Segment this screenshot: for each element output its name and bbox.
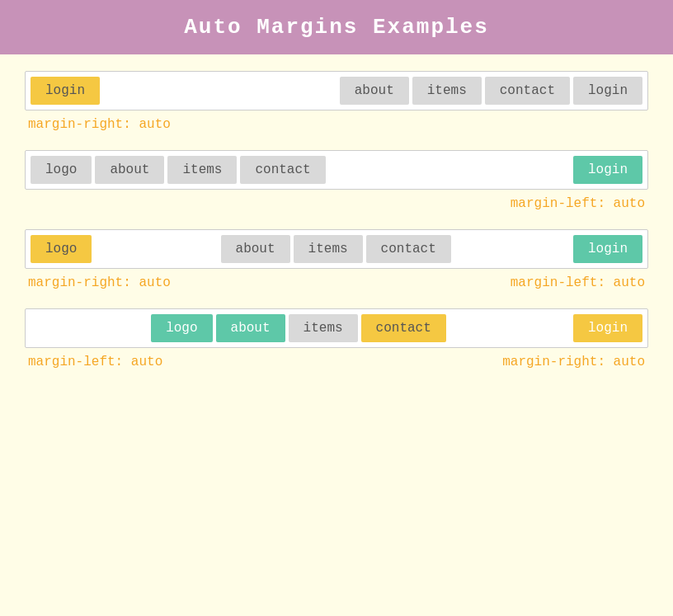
example-block-4: logo about items contact login margin-le… bbox=[25, 308, 648, 371]
nav-item-login2: login bbox=[573, 77, 642, 105]
nav-item-items: items bbox=[167, 156, 237, 184]
nav-item-logo: logo bbox=[151, 314, 212, 342]
example-block-3: logo about items contact login margin-ri… bbox=[25, 229, 648, 292]
nav-item-login: login bbox=[573, 156, 642, 184]
margin-label-right: margin-right: auto bbox=[502, 355, 645, 369]
nav-item-contact: contact bbox=[485, 77, 570, 105]
examples-container: login about items contact login margin-r… bbox=[0, 54, 673, 388]
nav-item-login: login bbox=[31, 77, 100, 105]
nav-item-items: items bbox=[412, 77, 482, 105]
margin-label-left: margin-left: auto bbox=[28, 355, 162, 369]
nav-item-contact: contact bbox=[240, 156, 325, 184]
margin-label-1: margin-right: auto bbox=[25, 115, 648, 134]
navbar-3: logo about items contact login bbox=[25, 229, 648, 269]
page-title: Auto Margins Examples bbox=[0, 0, 673, 54]
nav-item-logo: logo bbox=[31, 156, 92, 184]
margin-label-right: margin-left: auto bbox=[511, 275, 645, 290]
nav-item-login: login bbox=[573, 314, 642, 342]
nav-item-about: about bbox=[221, 235, 290, 263]
margin-label-4: margin-left: auto margin-right: auto bbox=[25, 353, 648, 371]
nav-item-login: login bbox=[573, 235, 642, 263]
margin-label-3: margin-right: auto margin-left: auto bbox=[25, 274, 648, 292]
nav-item-items: items bbox=[294, 235, 363, 263]
example-block-2: logo about items contact login margin-le… bbox=[25, 150, 648, 213]
margin-label-text: margin-right: auto bbox=[28, 117, 171, 132]
nav-item-contact: contact bbox=[366, 235, 451, 263]
page-wrapper: Auto Margins Examples login about items … bbox=[0, 0, 673, 404]
navbar-1: login about items contact login bbox=[25, 71, 648, 111]
margin-label-text: margin-left: auto bbox=[511, 196, 645, 211]
nav-item-contact: contact bbox=[361, 314, 446, 342]
margin-label-left: margin-right: auto bbox=[28, 275, 171, 290]
margin-label-2: margin-left: auto bbox=[25, 195, 648, 213]
nav-item-about: about bbox=[216, 314, 285, 342]
navbar-2: logo about items contact login bbox=[25, 150, 648, 190]
example-block-1: login about items contact login margin-r… bbox=[25, 71, 648, 134]
navbar-4: logo about items contact login bbox=[25, 308, 648, 348]
nav-item-about: about bbox=[340, 77, 409, 105]
nav-item-items: items bbox=[289, 314, 358, 342]
nav-item-logo: logo bbox=[31, 235, 92, 263]
nav-item-about: about bbox=[95, 156, 164, 184]
